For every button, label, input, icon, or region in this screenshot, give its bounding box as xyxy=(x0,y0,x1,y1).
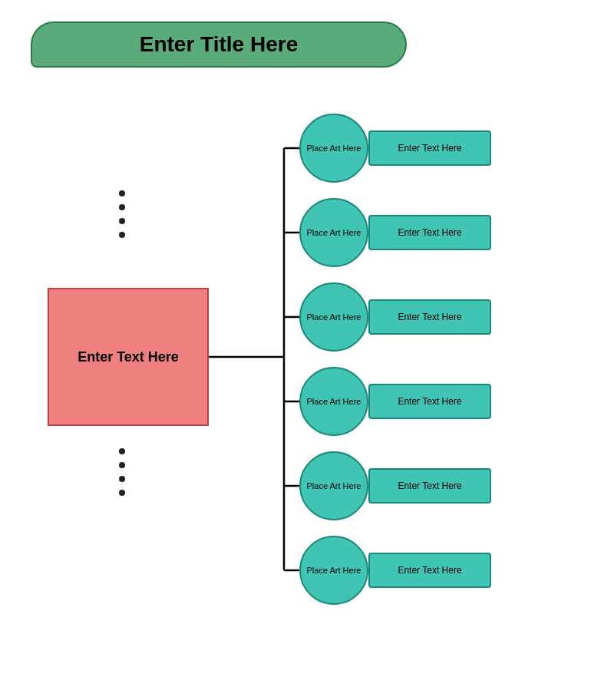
circle-node-text-5: Place Art Here xyxy=(307,566,361,575)
text-node-text-5: Enter Text Here xyxy=(398,565,461,576)
main-box[interactable]: Enter Text Here xyxy=(48,288,209,426)
dot-1 xyxy=(119,190,125,196)
text-node-0[interactable]: Enter Text Here xyxy=(368,130,491,166)
circle-node-text-3: Place Art Here xyxy=(307,397,361,406)
dots-above xyxy=(119,190,125,238)
dot-2 xyxy=(119,204,125,210)
title-box[interactable]: Enter Title Here xyxy=(31,21,407,68)
branch-row-4: Place Art HereEnter Text Here xyxy=(299,444,491,528)
text-node-1[interactable]: Enter Text Here xyxy=(368,215,491,250)
title-container: Enter Title Here xyxy=(31,21,414,71)
branch-row-5: Place Art HereEnter Text Here xyxy=(299,528,491,612)
branch-row-1: Place Art HereEnter Text Here xyxy=(299,190,491,275)
text-node-text-3: Enter Text Here xyxy=(398,396,461,407)
circle-node-2[interactable]: Place Art Here xyxy=(299,282,368,352)
dot-3 xyxy=(119,218,125,224)
circle-node-text-0: Place Art Here xyxy=(307,144,361,153)
branch-row-3: Place Art HereEnter Text Here xyxy=(299,359,491,444)
branch-row-2: Place Art HereEnter Text Here xyxy=(299,275,491,359)
circle-node-text-2: Place Art Here xyxy=(307,312,361,322)
circle-node-text-1: Place Art Here xyxy=(307,228,361,237)
branches-container: Place Art HereEnter Text HerePlace Art H… xyxy=(299,106,491,612)
text-node-3[interactable]: Enter Text Here xyxy=(368,384,491,419)
circle-node-text-4: Place Art Here xyxy=(307,481,361,490)
main-box-text: Enter Text Here xyxy=(78,349,179,365)
branch-row-0: Place Art HereEnter Text Here xyxy=(299,106,491,190)
title-text: Enter Title Here xyxy=(140,32,298,57)
dot-8 xyxy=(119,490,125,496)
circle-node-4[interactable]: Place Art Here xyxy=(299,451,368,520)
dots-below xyxy=(119,448,125,496)
circle-node-0[interactable]: Place Art Here xyxy=(299,114,368,183)
dot-4 xyxy=(119,232,125,238)
text-node-text-1: Enter Text Here xyxy=(398,227,461,238)
text-node-text-0: Enter Text Here xyxy=(398,143,461,154)
text-node-2[interactable]: Enter Text Here xyxy=(368,299,491,335)
text-node-text-4: Enter Text Here xyxy=(398,480,461,491)
text-node-5[interactable]: Enter Text Here xyxy=(368,553,491,588)
dot-6 xyxy=(119,462,125,468)
dot-7 xyxy=(119,476,125,482)
circle-node-5[interactable]: Place Art Here xyxy=(299,536,368,605)
text-node-4[interactable]: Enter Text Here xyxy=(368,468,491,504)
circle-node-3[interactable]: Place Art Here xyxy=(299,367,368,436)
circle-node-1[interactable]: Place Art Here xyxy=(299,198,368,267)
text-node-text-2: Enter Text Here xyxy=(398,312,461,322)
dot-5 xyxy=(119,448,125,454)
